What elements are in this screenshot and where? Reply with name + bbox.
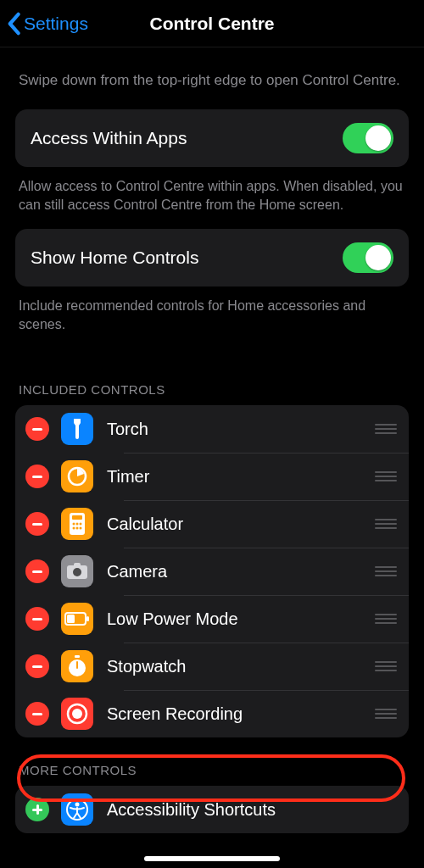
remove-button[interactable]: [25, 607, 49, 631]
remove-button[interactable]: [25, 465, 49, 488]
row-timer: Timer: [15, 453, 409, 500]
row-label: Screen Recording: [107, 704, 243, 724]
more-header: MORE CONTROLS: [15, 737, 409, 786]
svg-point-4: [76, 523, 79, 526]
camera-icon: [61, 555, 93, 587]
battery-icon: [61, 603, 93, 635]
drag-handle[interactable]: [375, 614, 397, 624]
calculator-icon: [61, 508, 93, 540]
access-toggle[interactable]: [343, 123, 393, 153]
row-torch: Torch: [15, 405, 409, 453]
stopwatch-icon: [61, 650, 93, 682]
row-label: Calculator: [107, 515, 183, 534]
svg-point-19: [72, 709, 82, 719]
drag-handle[interactable]: [375, 566, 397, 576]
svg-rect-15: [75, 655, 80, 658]
drag-handle[interactable]: [375, 519, 397, 529]
svg-point-7: [76, 527, 79, 530]
svg-point-21: [75, 803, 80, 807]
remove-button[interactable]: [25, 417, 49, 441]
more-list: Accessibility Shortcuts: [15, 786, 409, 833]
included-list: Torch Timer Calculator Camera: [15, 405, 409, 737]
access-label: Access Within Apps: [31, 128, 187, 148]
row-label: Torch: [107, 420, 148, 439]
remove-button[interactable]: [25, 512, 49, 536]
svg-point-8: [80, 527, 82, 530]
drag-handle[interactable]: [375, 424, 397, 434]
drag-handle[interactable]: [375, 471, 397, 481]
row-accessibility-shortcuts: Accessibility Shortcuts: [15, 786, 409, 833]
row-label: Stopwatch: [107, 657, 186, 676]
row-label: Accessibility Shortcuts: [107, 800, 276, 820]
access-within-apps-row: Access Within Apps: [15, 109, 409, 167]
navbar: Settings Control Centre: [0, 0, 424, 47]
intro-text: Swipe down from the top-right edge to op…: [15, 47, 409, 109]
svg-point-3: [73, 523, 75, 526]
remove-button[interactable]: [25, 559, 49, 583]
accessibility-icon: [61, 793, 93, 826]
svg-point-6: [73, 527, 75, 530]
home-label: Show Home Controls: [31, 248, 198, 268]
show-home-controls-row: Show Home Controls: [15, 229, 409, 287]
svg-point-5: [80, 523, 82, 526]
chevron-left-icon: [5, 12, 22, 36]
row-camera: Camera: [15, 548, 409, 595]
drag-handle[interactable]: [375, 661, 397, 671]
timer-icon: [61, 460, 93, 492]
remove-button[interactable]: [25, 702, 49, 726]
svg-rect-10: [74, 563, 81, 567]
row-label: Camera: [107, 562, 167, 581]
home-toggle[interactable]: [343, 242, 393, 273]
home-footer: Include recommended controls for Home ac…: [15, 287, 409, 348]
row-label: Timer: [107, 467, 149, 487]
row-stopwatch: Stopwatch: [15, 643, 409, 690]
row-label: Low Power Mode: [107, 609, 238, 629]
remove-button[interactable]: [25, 654, 49, 678]
add-button[interactable]: [25, 798, 49, 821]
back-button[interactable]: Settings: [0, 12, 88, 36]
row-calculator: Calculator: [15, 500, 409, 548]
included-header: INCLUDED CONTROLS: [15, 348, 409, 405]
home-indicator[interactable]: [144, 856, 280, 861]
row-screen-recording: Screen Recording: [15, 690, 409, 737]
record-icon: [61, 698, 93, 730]
access-footer: Allow access to Control Centre within ap…: [15, 167, 409, 229]
svg-rect-14: [86, 616, 89, 621]
row-low-power-mode: Low Power Mode: [15, 595, 409, 643]
svg-point-11: [73, 568, 81, 576]
back-label: Settings: [24, 14, 88, 34]
svg-rect-13: [67, 615, 75, 623]
drag-handle[interactable]: [375, 709, 397, 719]
svg-rect-2: [72, 515, 82, 520]
torch-icon: [61, 413, 93, 445]
